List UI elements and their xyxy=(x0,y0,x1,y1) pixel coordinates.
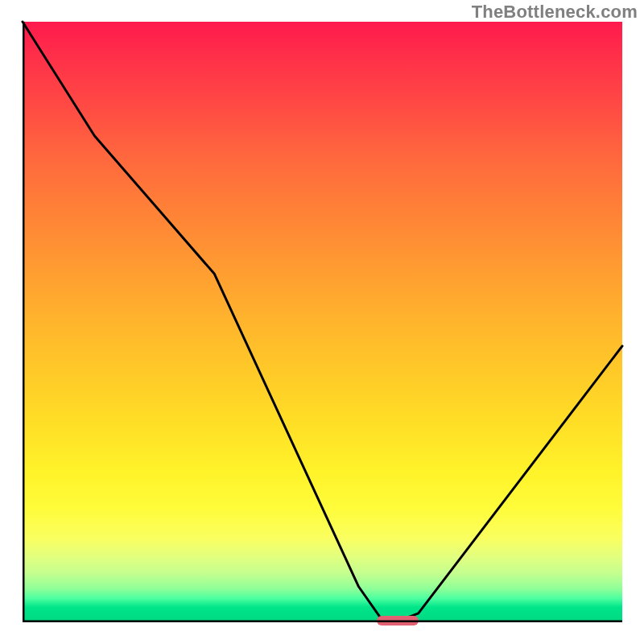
plot-area xyxy=(23,22,622,622)
minimum-marker xyxy=(377,616,419,625)
watermark-text: TheBottleneck.com xyxy=(472,2,638,23)
chart-container: TheBottleneck.com xyxy=(0,0,644,644)
curve-svg xyxy=(23,22,622,622)
bottleneck-curve xyxy=(23,22,622,621)
